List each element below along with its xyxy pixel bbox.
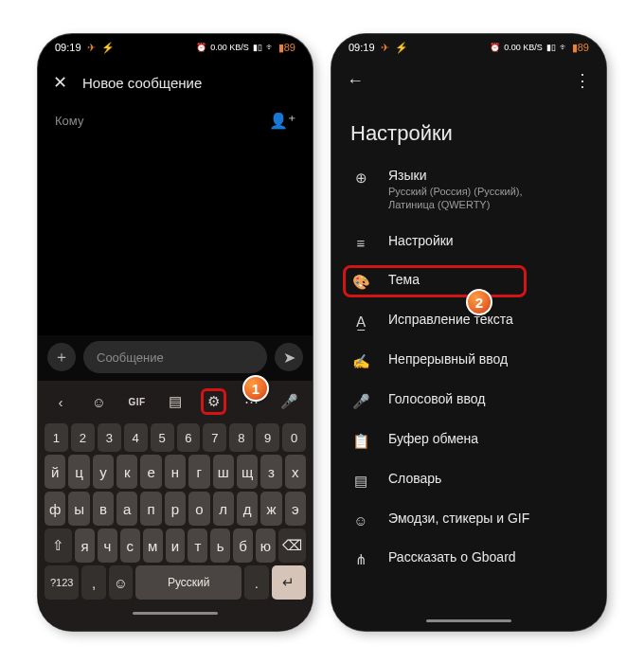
key-щ[interactable]: щ (237, 455, 258, 489)
settings-item-label: Рассказать о Gboard (388, 549, 516, 564)
key-ь[interactable]: ь (210, 529, 230, 563)
comma-key[interactable]: , (81, 565, 105, 600)
key-л[interactable]: л (213, 492, 234, 526)
add-person-icon[interactable]: 👤⁺ (269, 112, 295, 130)
key-в[interactable]: в (93, 492, 114, 526)
gif-button[interactable]: GIF (124, 397, 151, 407)
settings-item-sliders[interactable]: ≡Настройки (331, 223, 606, 261)
overflow-icon[interactable]: ⋮ (574, 70, 591, 91)
settings-item-dictionary[interactable]: ▤Словарь (331, 460, 606, 500)
key-х[interactable]: х (285, 455, 306, 489)
key-е[interactable]: е (140, 455, 161, 489)
emoji-key[interactable]: ☺ (109, 565, 133, 600)
key-м[interactable]: м (143, 529, 163, 563)
back-icon[interactable]: ← (347, 71, 364, 91)
key-б[interactable]: б (233, 529, 253, 563)
key-6[interactable]: 6 (177, 423, 201, 452)
key-ш[interactable]: ш (213, 455, 234, 489)
key-п[interactable]: п (140, 492, 161, 526)
keyboard-row-3: ⇧ячсмитьбю⌫ (45, 529, 306, 563)
key-й[interactable]: й (45, 455, 65, 489)
key-к[interactable]: к (116, 455, 137, 489)
settings-item-emoji[interactable]: ☺Эмодзи, стикеры и GIF (331, 500, 606, 539)
key-т[interactable]: т (188, 529, 207, 563)
gear-button[interactable]: ⚙ (200, 388, 226, 415)
nav-bar (331, 610, 606, 631)
key-и[interactable]: и (166, 529, 186, 563)
battery-icon: ▮89 (572, 42, 589, 54)
clipboard-icon[interactable]: ▤ (162, 393, 188, 410)
period-key[interactable]: . (244, 565, 268, 600)
net-speed: 0.00 KB/S (504, 43, 543, 52)
sliders-icon: ≡ (350, 235, 371, 251)
settings-item-clipboard[interactable]: 📋Буфер обмена (331, 421, 606, 460)
key-ф[interactable]: ф (45, 492, 65, 526)
key-д[interactable]: д (237, 492, 258, 526)
settings-item-label: Голосовой ввод (388, 391, 485, 406)
enter-key[interactable]: ↵ (272, 565, 306, 600)
key-7[interactable]: 7 (203, 423, 226, 452)
key-ю[interactable]: ю (256, 529, 276, 563)
key-о[interactable]: о (188, 492, 209, 526)
settings-item-gesture[interactable]: ✍Непрерывный ввод (331, 341, 606, 381)
key-ц[interactable]: ц (68, 455, 89, 489)
settings-item-globe[interactable]: ⊕ЯзыкиРусский (Россия) (Русский), Латини… (331, 157, 606, 223)
net-speed: 0.00 KB/S (210, 43, 249, 52)
chevron-left-icon[interactable]: ‹ (47, 394, 74, 410)
send-button[interactable]: ➤ (275, 343, 303, 371)
key-8[interactable]: 8 (229, 423, 253, 452)
attach-button[interactable]: ＋ (47, 343, 76, 371)
status-icons-right: ⏰ 0.00 KB/S ▮▯ ᯤ ▮89 (196, 42, 295, 54)
key-з[interactable]: з (260, 455, 281, 489)
space-key[interactable]: Русский (135, 565, 242, 600)
key-1[interactable]: 1 (45, 423, 68, 452)
to-field[interactable]: Кому (55, 114, 83, 128)
key-э[interactable]: э (285, 492, 306, 526)
key-5[interactable]: 5 (151, 423, 174, 452)
key-у[interactable]: у (93, 455, 114, 489)
globe-icon: ⊕ (350, 170, 371, 187)
sticker-icon[interactable]: ☺ (85, 394, 112, 410)
gesture-icon: ✍ (350, 353, 371, 370)
symbols-key[interactable]: ?123 (45, 565, 79, 600)
key-9[interactable]: 9 (256, 423, 279, 452)
compose-topbar: ✕ Новое сообщение (38, 61, 313, 104)
settings-item-label: Непрерывный ввод (388, 351, 508, 367)
key-ч[interactable]: ч (98, 529, 117, 563)
shift-key[interactable]: ⇧ (45, 529, 72, 563)
key-ы[interactable]: ы (68, 492, 89, 526)
key-2[interactable]: 2 (71, 423, 95, 452)
key-4[interactable]: 4 (124, 423, 148, 452)
nav-bar (42, 602, 309, 623)
phone-screenshot-2: 09:19 ✈ ⚡ ⏰ 0.00 KB/S ▮▯ ᯤ ▮89 ← ⋮ Настр… (331, 34, 606, 631)
key-г[interactable]: г (188, 455, 209, 489)
key-а[interactable]: а (116, 492, 137, 526)
keyboard-row-1: йцукенгшщзх (45, 455, 306, 489)
share-icon: ⋔ (350, 551, 371, 568)
settings-item-sub: Русский (Россия) (Русский), Латиница (QW… (388, 185, 568, 212)
bolt-icon: ⚡ (395, 42, 408, 54)
settings-item-share[interactable]: ⋔Рассказать о Gboard (331, 539, 606, 579)
mic-icon[interactable]: 🎤 (277, 393, 303, 410)
bolt-icon: ⚡ (101, 42, 115, 54)
settings-item-label: Тема (388, 272, 420, 287)
key-н[interactable]: н (165, 455, 186, 489)
key-ж[interactable]: ж (260, 492, 281, 526)
key-я[interactable]: я (75, 529, 95, 563)
message-input[interactable]: Сообщение (83, 341, 267, 373)
key-с[interactable]: с (120, 529, 140, 563)
compose-title: Новое сообщение (82, 75, 202, 91)
clipboard-icon: 📋 (350, 433, 371, 450)
status-time: 09:19 (55, 42, 81, 53)
settings-item-label: Эмодзи, стикеры и GIF (388, 511, 529, 526)
backspace-key[interactable]: ⌫ (278, 529, 306, 563)
palette-icon: 🎨 (350, 274, 371, 291)
settings-list: ⊕ЯзыкиРусский (Россия) (Русский), Латини… (331, 157, 606, 610)
settings-item-label: Словарь (388, 471, 441, 486)
key-3[interactable]: 3 (98, 423, 121, 452)
settings-item-mic[interactable]: 🎤Голосовой ввод (331, 381, 606, 421)
key-0[interactable]: 0 (282, 423, 306, 452)
phone-screenshot-1: 09:19 ✈ ⚡ ⏰ 0.00 KB/S ▮▯ ᯤ ▮89 ✕ Новое с… (38, 34, 313, 631)
close-icon[interactable]: ✕ (53, 72, 67, 93)
key-р[interactable]: р (165, 492, 186, 526)
